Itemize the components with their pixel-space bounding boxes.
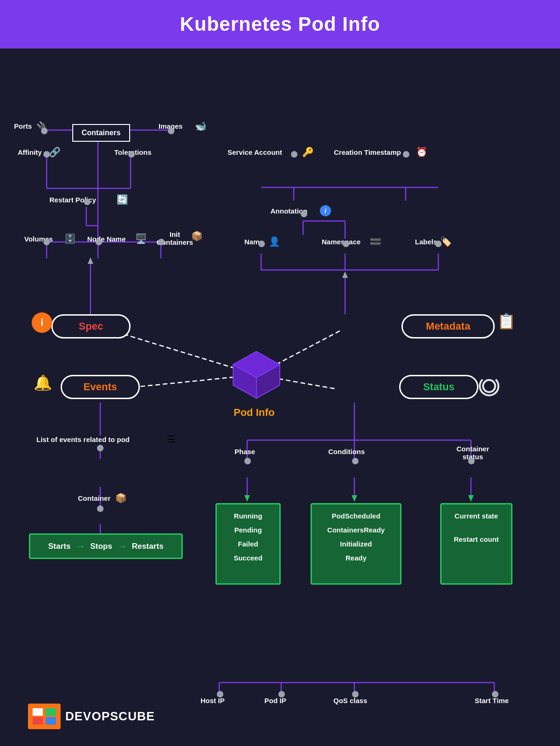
qos-class-dot bbox=[352, 691, 359, 698]
name-dot bbox=[258, 241, 265, 247]
annotation-dot bbox=[301, 211, 307, 217]
arrow1-icon: → bbox=[75, 540, 85, 553]
start-time-label: Start Time bbox=[475, 697, 509, 705]
node-name-label: Node Name bbox=[87, 235, 126, 243]
restart-policy-icon: 🔄 bbox=[117, 194, 128, 205]
svg-marker-21 bbox=[342, 271, 348, 278]
container-icon: 📦 bbox=[115, 492, 127, 504]
starts-stops-restarts-box: Starts → Stops → Restarts bbox=[29, 533, 183, 559]
phase-label: Phase bbox=[235, 448, 255, 456]
namespace-dot bbox=[343, 241, 349, 247]
svg-rect-62 bbox=[46, 708, 56, 716]
svg-rect-63 bbox=[46, 717, 56, 725]
node-name-icon: 🖥️ bbox=[135, 233, 147, 244]
svg-rect-61 bbox=[33, 717, 43, 725]
service-account-label: Service Account bbox=[228, 148, 282, 156]
container-dot bbox=[97, 505, 104, 512]
spec-pill: Spec bbox=[51, 314, 131, 338]
volumes-icon: 🗄️ bbox=[64, 233, 76, 244]
ports-dot bbox=[41, 128, 48, 134]
namespace-label: Namespace bbox=[322, 238, 360, 246]
labels-label: Labels bbox=[415, 238, 437, 246]
volumes-dot bbox=[43, 239, 50, 245]
list-events-icon: ☰ bbox=[167, 434, 175, 445]
header: Kubernetes Pod Info bbox=[0, 0, 560, 48]
svg-marker-42 bbox=[468, 495, 474, 502]
svg-marker-40 bbox=[352, 495, 357, 502]
restart-policy-dot bbox=[84, 199, 90, 205]
pod-ip-label: Pod IP bbox=[264, 697, 286, 705]
center-cube bbox=[228, 347, 284, 403]
namespace-icon: 🟰 bbox=[370, 236, 381, 247]
host-ip-dot bbox=[217, 691, 223, 698]
metadata-pill: Metadata bbox=[401, 314, 495, 338]
tolerations-dot bbox=[128, 151, 135, 158]
phase-dot bbox=[244, 458, 251, 464]
events-icon: 🔔 bbox=[34, 374, 52, 392]
qos-class-label: QoS class bbox=[333, 697, 367, 705]
container-status-box: Current state Restart count bbox=[440, 503, 512, 585]
spec-icon: i bbox=[32, 312, 52, 333]
logo-area: DEVOPSCUBE bbox=[28, 704, 155, 729]
pod-info-label: Pod Info bbox=[210, 407, 298, 419]
logo-text: DEVOPSCUBE bbox=[65, 709, 155, 724]
init-containers-dot bbox=[158, 239, 165, 245]
service-account-icon: 🔑 bbox=[302, 146, 314, 158]
labels-icon: 🏷️ bbox=[440, 236, 452, 247]
svg-rect-60 bbox=[33, 708, 43, 716]
host-ip-label: Host IP bbox=[200, 697, 225, 705]
service-account-dot bbox=[291, 151, 297, 158]
creation-timestamp-icon: ⏰ bbox=[416, 146, 428, 158]
creation-timestamp-dot bbox=[403, 151, 409, 158]
status-pill: Status bbox=[399, 375, 478, 399]
svg-marker-38 bbox=[244, 495, 250, 502]
logo-box bbox=[28, 704, 61, 729]
container-status-dot bbox=[468, 458, 475, 464]
metadata-icon: 📋 bbox=[497, 312, 516, 330]
ports-label: Ports bbox=[14, 122, 32, 130]
list-events-label: List of events related to pod bbox=[36, 435, 130, 443]
conditions-box: PodScheduled ContainersReady Initialized… bbox=[311, 503, 401, 585]
affinity-icon: 🔗 bbox=[49, 146, 61, 158]
conditions-label: Conditions bbox=[328, 448, 365, 456]
page-title: Kubernetes Pod Info bbox=[0, 13, 560, 35]
status-icon bbox=[479, 376, 499, 396]
images-dot bbox=[168, 128, 174, 134]
pod-ip-dot bbox=[278, 691, 285, 698]
main-canvas: Ports 🔌 Containers Images 🐋 Affinity 🔗 T… bbox=[0, 48, 560, 746]
annotation-icon: i bbox=[320, 205, 331, 216]
creation-timestamp-label: Creation Timestamp bbox=[334, 148, 401, 156]
affinity-label: Affinity bbox=[18, 148, 42, 156]
affinity-dot bbox=[43, 151, 50, 158]
events-pill: Events bbox=[61, 375, 140, 399]
logo-svg bbox=[30, 706, 58, 727]
node-name-dot bbox=[96, 239, 102, 245]
name-icon: 👤 bbox=[269, 236, 280, 247]
svg-marker-5 bbox=[88, 257, 93, 264]
phase-box: Running Pending Failed Succeed bbox=[215, 503, 281, 585]
images-icon: 🐋 bbox=[195, 120, 207, 131]
init-containers-icon: 📦 bbox=[191, 230, 203, 242]
containers-box: Containers bbox=[72, 124, 130, 142]
start-time-dot bbox=[492, 691, 498, 698]
labels-dot bbox=[435, 241, 442, 247]
list-events-dot bbox=[97, 445, 104, 451]
arrow2-icon: → bbox=[117, 540, 127, 553]
container-label: Container bbox=[78, 494, 111, 502]
conditions-dot bbox=[352, 458, 359, 464]
containers-label: Containers bbox=[82, 129, 121, 137]
